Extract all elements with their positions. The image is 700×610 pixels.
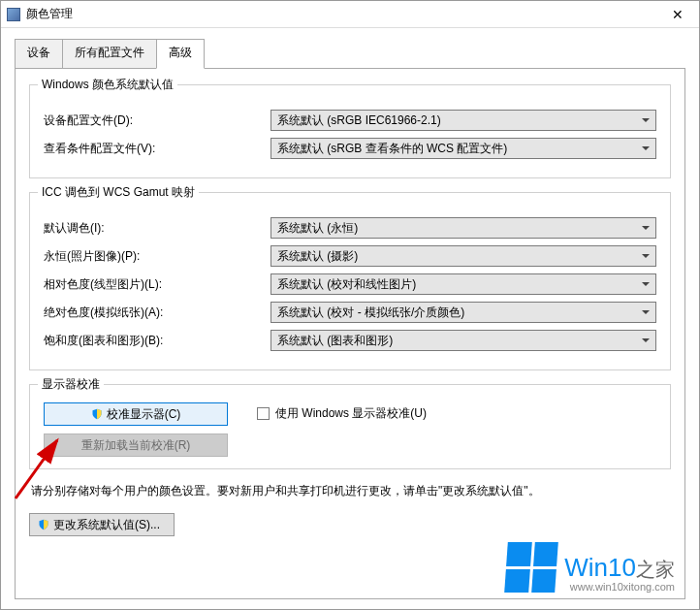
close-icon: ✕: [672, 7, 684, 22]
windows-logo-icon: [504, 542, 558, 593]
tab-advanced[interactable]: 高级: [156, 39, 205, 69]
checkbox-icon: [257, 407, 270, 420]
window-title: 颜色管理: [26, 6, 73, 22]
default-intent-value: 系统默认 (永恒): [277, 220, 650, 237]
app-icon: [7, 8, 20, 21]
perceptual-label: 永恒(照片图像)(P):: [44, 248, 270, 265]
group-windows-color-defaults: Windows 颜色系统默认值 设备配置文件(D): 系统默认 (sRGB IE…: [29, 84, 671, 178]
use-windows-calibration-checkbox[interactable]: 使用 Windows 显示器校准(U): [257, 402, 427, 422]
tab-devices[interactable]: 设备: [15, 39, 63, 69]
absolute-colorimetric-value: 系统默认 (校对 - 模拟纸张/介质颜色): [277, 305, 650, 321]
shield-icon: [91, 408, 103, 420]
shield-icon: [38, 519, 49, 530]
watermark-main: Win10: [564, 553, 636, 582]
chevron-down-icon: [642, 118, 650, 122]
device-profile-dropdown[interactable]: 系统默认 (sRGB IEC61966-2.1): [270, 110, 656, 131]
chevron-down-icon: [642, 338, 650, 342]
group-icc-wcs-gamut: ICC 调色到 WCS Gamut 映射 默认调色(I): 系统默认 (永恒) …: [29, 192, 671, 370]
watermark-url: www.win10xitong.com: [564, 582, 675, 593]
chevron-down-icon: [642, 254, 650, 258]
default-intent-label: 默认调色(I):: [44, 220, 270, 237]
close-button[interactable]: ✕: [655, 1, 699, 28]
watermark-sub: 之家: [636, 559, 675, 580]
calibrate-display-button[interactable]: 校准显示器(C): [44, 402, 228, 426]
titlebar: 颜色管理 ✕: [1, 1, 699, 28]
reload-calibration-label: 重新加载当前校准(R): [81, 437, 191, 454]
default-intent-dropdown[interactable]: 系统默认 (永恒): [270, 217, 656, 239]
reload-calibration-button: 重新加载当前校准(R): [44, 433, 228, 457]
relative-colorimetric-value: 系统默认 (校对和线性图片): [277, 276, 650, 293]
chevron-down-icon: [642, 226, 650, 230]
group-label-gamut: ICC 调色到 WCS Gamut 映射: [38, 184, 199, 201]
calibrate-display-label: 校准显示器(C): [107, 406, 181, 423]
device-profile-label: 设备配置文件(D):: [44, 112, 270, 129]
change-system-defaults-label: 更改系统默认值(S)...: [53, 517, 160, 533]
absolute-colorimetric-label: 绝对色度(模拟纸张)(A):: [44, 305, 270, 321]
relative-colorimetric-label: 相对色度(线型图片)(L):: [44, 276, 270, 293]
tab-strip: 设备 所有配置文件 高级: [15, 38, 685, 68]
tab-all-profiles[interactable]: 所有配置文件: [62, 39, 157, 69]
group-label-calibration: 显示器校准: [38, 376, 104, 393]
perceptual-value: 系统默认 (摄影): [277, 248, 650, 265]
chevron-down-icon: [642, 282, 650, 286]
perceptual-dropdown[interactable]: 系统默认 (摄影): [270, 245, 656, 267]
use-windows-calibration-label: 使用 Windows 显示器校准(U): [275, 405, 427, 422]
saturation-dropdown[interactable]: 系统默认 (图表和图形): [270, 330, 656, 351]
viewing-conditions-value: 系统默认 (sRGB 查看条件的 WCS 配置文件): [277, 141, 650, 157]
hint-text: 请分别存储对每个用户的颜色设置。要对新用户和共享打印机进行更改，请单击"更改系统…: [31, 483, 669, 499]
saturation-label: 饱和度(图表和图形)(B):: [44, 333, 270, 349]
change-system-defaults-button[interactable]: 更改系统默认值(S)...: [29, 513, 175, 536]
viewing-conditions-label: 查看条件配置文件(V):: [44, 141, 270, 157]
group-label-defaults: Windows 颜色系统默认值: [38, 77, 177, 93]
device-profile-value: 系统默认 (sRGB IEC61966-2.1): [277, 112, 650, 129]
relative-colorimetric-dropdown[interactable]: 系统默认 (校对和线性图片): [270, 273, 656, 295]
chevron-down-icon: [642, 310, 650, 314]
saturation-value: 系统默认 (图表和图形): [277, 333, 650, 349]
absolute-colorimetric-dropdown[interactable]: 系统默认 (校对 - 模拟纸张/介质颜色): [270, 302, 656, 323]
tab-content-advanced: Windows 颜色系统默认值 设备配置文件(D): 系统默认 (sRGB IE…: [15, 68, 685, 599]
viewing-conditions-dropdown[interactable]: 系统默认 (sRGB 查看条件的 WCS 配置文件): [270, 138, 656, 159]
watermark: Win10之家 www.win10xitong.com: [506, 542, 675, 593]
chevron-down-icon: [642, 146, 650, 150]
color-management-window: 颜色管理 ✕ 设备 所有配置文件 高级 Windows 颜色系统默认值 设备配置…: [0, 0, 700, 610]
group-display-calibration: 显示器校准 校准显示器(C) 重新加载当前校准(R): [29, 384, 671, 469]
